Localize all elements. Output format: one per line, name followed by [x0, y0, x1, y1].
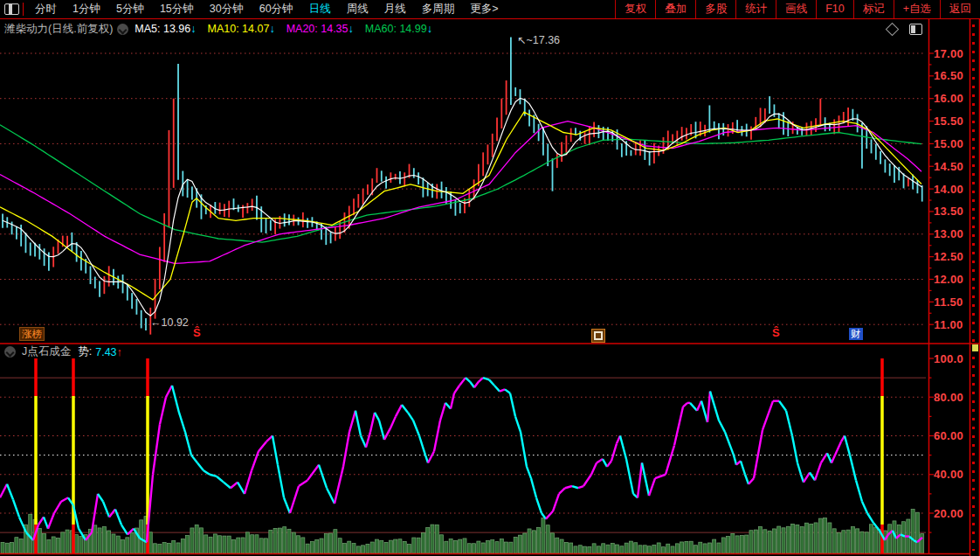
indicator-segment	[642, 462, 649, 496]
volume-bar	[255, 535, 259, 553]
indicator-segment	[54, 502, 61, 513]
price-axis-label: 12.50	[929, 250, 968, 263]
tab-duozhouqi[interactable]: 多周期	[414, 0, 463, 18]
split-window-icon[interactable]	[4, 3, 19, 15]
tab-30min[interactable]: 30分钟	[202, 0, 252, 18]
volume-bar	[408, 545, 411, 553]
volume-bar	[61, 532, 65, 553]
volume-bar	[394, 539, 397, 553]
up-arrow-icon: ↑	[117, 346, 122, 358]
ma60-line	[0, 125, 921, 242]
volume-bar	[731, 533, 735, 553]
tab-60min[interactable]: 60分钟	[252, 0, 301, 18]
indicator-segment	[531, 478, 536, 497]
indicator-segment	[510, 393, 515, 417]
volume-bar	[370, 542, 374, 553]
volume-bar	[902, 522, 906, 553]
tab-1min[interactable]: 1分钟	[65, 0, 108, 18]
indicator-segment	[434, 420, 440, 451]
tab-rixian[interactable]: 日线	[301, 0, 339, 18]
indicator-axis-label: 20.00	[929, 507, 968, 520]
indicator-segment	[355, 411, 361, 436]
price-axis-label: 15.00	[929, 137, 968, 150]
collapse-chevron-icon[interactable]	[4, 346, 16, 358]
tab-15min[interactable]: 15分钟	[152, 0, 202, 18]
volume-bar	[352, 544, 355, 553]
volume-bar	[209, 537, 212, 553]
indicator-segment	[238, 483, 245, 494]
tab-zhouxian[interactable]: 周线	[339, 0, 376, 18]
marker-zhangbang[interactable]: 涨榜	[19, 327, 45, 341]
indicator-segment	[810, 473, 815, 481]
volume-bar	[172, 541, 176, 553]
indicator-segment	[527, 467, 531, 478]
indicator-segment	[390, 416, 396, 427]
tab-more[interactable]: 更多>	[462, 0, 506, 18]
marker-news-s-1[interactable]: Ŝ	[193, 327, 201, 339]
tab-fenshi[interactable]: 分时	[27, 0, 65, 18]
tool-duogu[interactable]: 多股	[695, 0, 735, 18]
volume-bar	[694, 546, 698, 553]
scroll-thumb[interactable]	[972, 344, 978, 351]
volume-bar	[181, 539, 184, 553]
ma10-legend: MA10: 14.07↓	[208, 23, 275, 35]
indicator-segment	[396, 405, 402, 416]
volume-bar	[190, 528, 194, 553]
volume-bar	[176, 543, 180, 553]
indicator-segment	[103, 502, 109, 518]
indicator-segment	[734, 455, 736, 465]
volume-bar	[810, 524, 813, 553]
volume-bar	[865, 532, 868, 553]
down-arrow-icon: ↓	[349, 23, 354, 35]
indicator-segment	[649, 478, 655, 496]
marker-announce-hui[interactable]	[591, 329, 605, 343]
tool-huaxian[interactable]: 画线	[776, 0, 816, 18]
indicator-segment	[749, 478, 754, 484]
volume-bar	[79, 536, 83, 553]
marker-news-s-2[interactable]: Ŝ	[772, 327, 780, 339]
tab-yuexian[interactable]: 月线	[376, 0, 414, 18]
signal-line-body	[880, 396, 884, 525]
volume-bar	[500, 539, 503, 553]
volume-bar	[874, 527, 878, 553]
indicator-segment	[797, 462, 801, 474]
indicator-segment	[745, 475, 749, 484]
volume-bar	[523, 533, 527, 553]
price-axis-label: 15.50	[929, 115, 968, 128]
indicator-segment	[474, 382, 479, 388]
tool-diejia[interactable]: 叠加	[655, 0, 695, 18]
collapse-chevron-icon[interactable]	[117, 24, 128, 35]
volume-bar	[384, 542, 388, 553]
indicator-segment	[786, 411, 792, 436]
chart-canvas[interactable]	[0, 0, 980, 556]
volume-bar	[121, 540, 125, 553]
volume-bar	[237, 538, 240, 553]
indicator-segment	[638, 462, 642, 497]
volume-bar	[721, 538, 725, 553]
split-window-icon[interactable]	[909, 24, 922, 35]
ma-legend: MA5: 13.96↓MA10: 14.07↓MA20: 14.35↓MA60:…	[135, 23, 444, 35]
tool-biaoji[interactable]: 标记	[853, 0, 894, 18]
volume-bar	[537, 527, 541, 553]
marker-caibao[interactable]: 财	[849, 328, 863, 340]
tool-fuquan[interactable]: 复权	[615, 0, 655, 18]
tool-fanhui[interactable]: 返回	[940, 0, 980, 18]
volume-bar	[777, 526, 781, 553]
indicator-segment	[674, 407, 683, 445]
indicator-segment	[172, 386, 179, 413]
volume-bar	[786, 526, 790, 553]
tool-zixuan[interactable]: +自选	[894, 0, 940, 18]
signal-line-bottom	[72, 525, 75, 553]
volume-bar	[707, 543, 711, 553]
volume-bar	[495, 542, 499, 553]
indicator-segment	[754, 430, 763, 478]
tab-5min[interactable]: 5分钟	[108, 0, 152, 18]
diamond-icon[interactable]	[886, 23, 900, 37]
volume-bar	[93, 525, 97, 553]
volume-bar	[107, 531, 111, 553]
indicator-segment	[690, 403, 697, 411]
volume-bar	[162, 543, 166, 553]
tool-tongji[interactable]: 统计	[735, 0, 776, 18]
tool-f10[interactable]: F10	[816, 0, 853, 18]
indicator-segment	[804, 473, 810, 483]
